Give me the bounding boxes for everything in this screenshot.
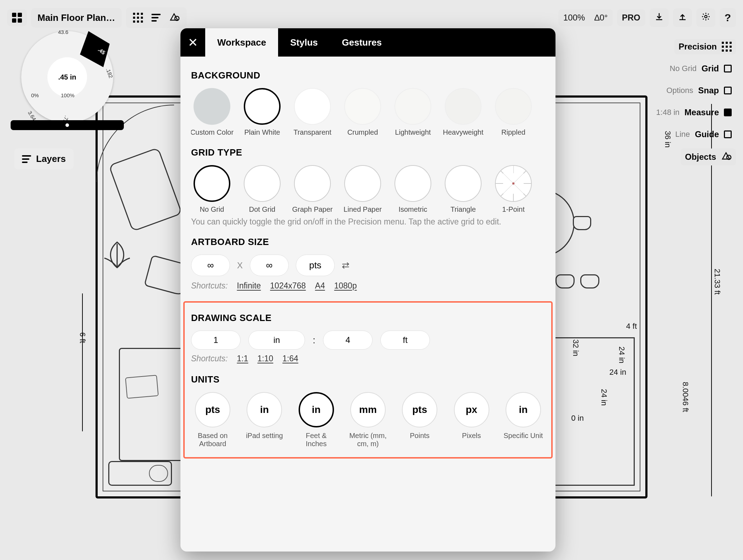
pro-badge[interactable]: PRO (617, 9, 645, 26)
grid-option-2pt[interactable]: 2-Point (543, 165, 545, 214)
square-icon (724, 87, 732, 94)
chair (573, 216, 591, 230)
shortcut-1080p[interactable]: 1080p (334, 281, 357, 291)
artboard-units-select[interactable]: pts (296, 255, 335, 276)
colon-separator: : (313, 335, 315, 346)
shortcut-infinite[interactable]: Infinite (237, 281, 261, 291)
shortcut-1-64[interactable]: 1:64 (282, 354, 298, 363)
download-button[interactable] (650, 8, 669, 27)
unit-circle: mm (350, 392, 386, 427)
stool (555, 274, 575, 288)
dimension-label: 24 in (609, 368, 626, 377)
grid-option-lined[interactable]: Lined Paper (342, 165, 384, 214)
upload-button[interactable] (673, 8, 692, 27)
unit-circle: px (454, 392, 489, 427)
background-option-crumpled[interactable]: Crumpled (342, 88, 384, 136)
square-icon (724, 130, 732, 138)
top-toolbar: Main Floor Plan… 100% ∆0° PRO ? (7, 7, 736, 28)
unit-option-points[interactable]: ptsPoints (398, 392, 441, 448)
dots-icon (722, 42, 732, 52)
unit-option-pixels[interactable]: pxPixels (450, 392, 493, 448)
precision-grid-row[interactable]: No Grid Grid (666, 61, 736, 76)
precision-measure-row[interactable]: 1:48 in Measure (652, 105, 736, 120)
shortcut-1-1[interactable]: 1:1 (237, 354, 248, 363)
layers-view-button[interactable] (147, 11, 165, 24)
precision-guide-row[interactable]: Line Guide (671, 127, 736, 142)
brush-slider[interactable] (11, 120, 124, 130)
zoom-value: 100% (563, 13, 585, 23)
swatch-circle (394, 88, 431, 125)
layers-icon (151, 14, 161, 22)
unit-option-feetinches[interactable]: inFeet & Inches (295, 392, 338, 448)
download-icon (655, 12, 664, 23)
square-icon (724, 65, 732, 72)
swatch-circle (495, 165, 532, 202)
background-option-lightweight[interactable]: Lightweight (392, 88, 434, 136)
swatch-circle (194, 88, 230, 125)
grid-option-none[interactable]: No Grid (191, 165, 233, 214)
artboard-height-input[interactable]: ∞ (250, 255, 289, 276)
tab-gestures[interactable]: Gestures (330, 28, 394, 57)
background-option-blueprint[interactable]: Blueprint (543, 88, 545, 136)
settings-button[interactable] (696, 8, 715, 27)
shapes-button[interactable] (165, 10, 184, 26)
shortcut-a4[interactable]: A4 (315, 281, 325, 291)
swatch-circle (244, 88, 281, 125)
units-row: ptsBased on Artboard iniPad setting inFe… (191, 392, 545, 448)
swatch-circle (445, 88, 482, 125)
modal-tabbar: ✕ Workspace Stylus Gestures (180, 28, 555, 57)
unit-circle: in (299, 392, 334, 427)
swatch-circle (445, 165, 482, 202)
unit-option-artboard[interactable]: ptsBased on Artboard (191, 392, 234, 448)
zoom-indicator[interactable]: 100% ∆0° (558, 9, 613, 26)
layers-label: Layers (36, 153, 66, 164)
grid-option-1pt[interactable]: 1-Point (493, 165, 534, 214)
svg-point-1 (704, 16, 707, 18)
unit-circle: pts (195, 392, 230, 427)
pillow-shape (125, 375, 159, 399)
precision-header[interactable]: Precision (674, 39, 736, 54)
objects-button[interactable]: Objects (681, 148, 736, 165)
swatch-circle (495, 88, 532, 125)
unit-option-ipad[interactable]: iniPad setting (243, 392, 286, 448)
sofa-shape (108, 147, 182, 232)
scale-b-unit[interactable]: ft (380, 331, 430, 350)
scale-a-input[interactable]: 1 (191, 331, 241, 350)
stool (580, 274, 599, 288)
close-button[interactable]: ✕ (180, 28, 205, 57)
background-option-rippled[interactable]: Rippled (493, 88, 534, 136)
background-option-white[interactable]: Plain White (241, 88, 283, 136)
gallery-button[interactable] (7, 9, 27, 26)
scale-b-input[interactable]: 4 (323, 331, 373, 350)
shapes-icon (169, 12, 180, 23)
grid-option-iso[interactable]: Isometric (392, 165, 434, 214)
brush-radial-menu[interactable]: .45 in 43.6 .45 .182 0% 100% 3.64 .727 (21, 31, 113, 123)
shortcut-1-10[interactable]: 1:10 (258, 354, 273, 363)
background-option-transparent[interactable]: Transparent (292, 88, 333, 136)
artboard-width-input[interactable]: ∞ (191, 255, 230, 276)
tab-stylus[interactable]: Stylus (278, 28, 330, 57)
swap-orientation-button[interactable]: ⇄ (342, 260, 350, 271)
grid-option-graph[interactable]: Graph Paper (292, 165, 333, 214)
swatch-circle (194, 165, 230, 202)
grid-option-triangle[interactable]: Triangle (442, 165, 484, 214)
grid-view-button[interactable] (129, 10, 147, 25)
precision-snap-row[interactable]: Options Snap (662, 83, 736, 98)
background-option-custom[interactable]: Custom Color (191, 88, 233, 136)
unit-option-metric[interactable]: mmMetric (mm, cm, m) (346, 392, 390, 448)
gridtype-hint: You can quickly toggle the grid on/off i… (191, 217, 545, 227)
grid-option-dot[interactable]: Dot Grid (241, 165, 283, 214)
help-button[interactable]: ? (720, 8, 736, 27)
scale-a-unit[interactable]: in (248, 331, 305, 350)
workspace-settings-modal: ✕ Workspace Stylus Gestures BACKGROUND C… (180, 28, 555, 552)
shortcut-1024[interactable]: 1024x768 (270, 281, 306, 291)
unit-circle: pts (402, 392, 437, 427)
dimension-label: 0 in (571, 414, 584, 423)
unit-option-specific[interactable]: inSpecific Unit (502, 392, 545, 448)
document-title[interactable]: Main Floor Plan… (31, 8, 122, 28)
layers-button[interactable]: Layers (14, 148, 74, 169)
tab-workspace[interactable]: Workspace (205, 28, 278, 57)
scale-row: 1 in : 4 ft (191, 331, 545, 350)
rotation-value: ∆0° (594, 13, 608, 23)
background-option-heavyweight[interactable]: Heavyweight (442, 88, 484, 136)
